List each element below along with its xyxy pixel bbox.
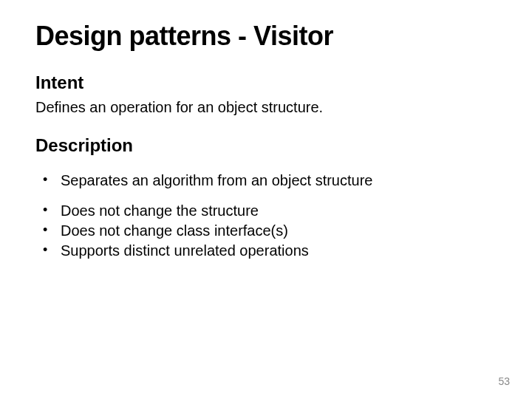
slide-title: Design patterns - Visitor [35,21,497,52]
list-item: Does not change class interface(s) [35,221,497,241]
list-item: Supports distinct unrelated operations [35,241,497,261]
intent-label: Intent [35,72,497,93]
description-bullets-2: Does not change the structure Does not c… [35,201,497,261]
intent-text: Defines an operation for an object struc… [35,99,497,116]
list-item: Separates an algorithm from an object st… [35,171,497,191]
page-number: 53 [498,375,510,387]
list-item: Does not change the structure [35,201,497,221]
description-bullets-1: Separates an algorithm from an object st… [35,171,497,191]
description-label: Description [35,135,497,156]
